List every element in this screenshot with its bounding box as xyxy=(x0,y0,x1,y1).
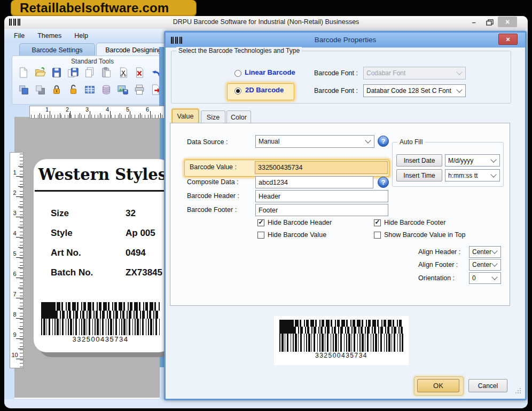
copy-icon[interactable] xyxy=(83,66,97,80)
align-footer-select[interactable]: Center xyxy=(469,259,501,271)
hide-header-label[interactable]: Hide Barcode Header xyxy=(268,219,332,226)
tab-color[interactable]: Color xyxy=(226,110,251,123)
orientation-label: Orientation : xyxy=(418,274,455,282)
database-glyph xyxy=(100,84,112,96)
paste-glyph xyxy=(100,67,112,78)
window-titlebar: DRPU Barcode Software for Industrial (No… xyxy=(4,16,528,29)
tab-value[interactable]: Value xyxy=(172,109,199,123)
autofill-title: Auto Fill xyxy=(397,138,425,146)
linear-font-select[interactable]: Codabar Font xyxy=(363,67,466,80)
date-format-select[interactable]: M/d/yyyy xyxy=(445,154,500,167)
print-icon[interactable] xyxy=(132,83,146,97)
2d-barcode-radio[interactable] xyxy=(234,88,241,94)
barcode-linear-section xyxy=(41,319,160,335)
menu-help[interactable]: Help xyxy=(68,32,95,39)
data-source-help-icon[interactable]: ? xyxy=(378,136,389,147)
restore-button[interactable] xyxy=(483,18,497,27)
barcode-value-label: Barcode Value : xyxy=(190,163,237,171)
2d-barcode-label[interactable]: 2D Barcode xyxy=(245,86,284,94)
label-design-object[interactable]: Western Styles Size32 StyleAp 005 Art No… xyxy=(34,159,171,352)
restore-icon xyxy=(486,19,494,26)
send-to-back-icon[interactable] xyxy=(33,83,47,97)
vruler-number: 1 xyxy=(11,169,19,176)
barcode-preview-image: 332500435734 xyxy=(279,320,403,359)
copy-glyph xyxy=(84,67,96,78)
menu-themes[interactable]: Themes xyxy=(31,32,68,39)
save-as-icon[interactable] xyxy=(66,66,80,80)
export-image-icon[interactable] xyxy=(116,83,130,97)
hruler-number: 1 xyxy=(41,106,49,113)
composite-help-icon[interactable]: ? xyxy=(378,177,389,188)
orientation-select[interactable]: 0 xyxy=(469,272,501,284)
barcode-font-label-1: Barcode Font : xyxy=(314,69,358,77)
hide-footer-label[interactable]: Hide Barcode Footer xyxy=(384,219,445,226)
site-banner-text: Retaillabelsoftware.com xyxy=(20,1,169,15)
label-row-value: 0494 xyxy=(126,248,146,258)
align-header-select[interactable]: Center xyxy=(469,246,501,258)
print-glyph xyxy=(134,84,145,96)
check-icon: ✓ xyxy=(258,219,263,225)
composite-data-input[interactable] xyxy=(255,176,373,188)
cancel-button[interactable]: Cancel xyxy=(468,379,507,392)
vruler-number: 6 xyxy=(11,271,19,277)
label-row-name: Art No. xyxy=(51,248,81,258)
hide-header-checkbox[interactable]: ✓ xyxy=(257,219,264,226)
insert-time-button[interactable]: Insert Time xyxy=(396,169,442,181)
save-icon[interactable] xyxy=(50,66,64,80)
label-row-name: Batch No. xyxy=(51,267,93,278)
hruler-number: 3 xyxy=(81,106,89,113)
open-file-icon[interactable] xyxy=(33,66,47,80)
time-format-select[interactable]: h:mm:ss tt xyxy=(445,169,500,181)
close-button[interactable]: × xyxy=(498,17,517,27)
menu-file[interactable]: File xyxy=(4,32,31,39)
label-barcode-object[interactable]: 332500435734 xyxy=(41,302,160,343)
unlock-icon[interactable] xyxy=(66,83,80,97)
hide-footer-checkbox[interactable]: ✓ xyxy=(374,219,381,226)
insert-date-button[interactable]: Insert Date xyxy=(396,154,442,167)
hide-value-label[interactable]: Hide Barcode Value xyxy=(268,231,326,239)
standard-tools-toolbar: Standard Tools xyxy=(12,56,182,105)
tab-barcode-settings[interactable]: Barcode Settings xyxy=(19,43,95,57)
tab-size[interactable]: Size xyxy=(201,110,225,123)
new-document-icon[interactable] xyxy=(17,66,30,80)
label-row-value: ZX73845 xyxy=(126,267,162,278)
barcode-value-text: 332500435734 xyxy=(41,335,160,343)
2d-font-select[interactable]: Databar Code 128 Set C Font xyxy=(363,84,466,97)
window-title: DRPU Barcode Software for Industrial (No… xyxy=(4,18,528,26)
bring-to-front-icon[interactable] xyxy=(17,83,30,97)
hide-value-checkbox[interactable] xyxy=(257,232,264,239)
open-file-glyph xyxy=(34,67,46,78)
paste-icon[interactable] xyxy=(99,66,113,80)
linear-barcode-label[interactable]: Linear Barcode xyxy=(245,68,295,76)
show-value-top-checkbox[interactable] xyxy=(374,232,381,239)
vruler-number: 9 xyxy=(11,331,19,338)
delete-icon[interactable] xyxy=(132,66,146,80)
vruler-number: 2 xyxy=(11,189,19,196)
barcode-linear-section xyxy=(279,334,403,352)
vruler-number: 4 xyxy=(11,230,19,236)
barcode-value-input[interactable] xyxy=(255,161,388,174)
database-icon[interactable] xyxy=(99,83,113,97)
data-source-select[interactable]: Manual xyxy=(255,135,374,148)
linear-barcode-radio[interactable] xyxy=(234,70,241,77)
grid-glyph xyxy=(84,84,96,96)
barcode-header-input[interactable] xyxy=(255,190,388,202)
time-format-value: h:mm:ss tt xyxy=(448,172,478,179)
lock-icon[interactable] xyxy=(50,83,64,97)
export-image-glyph xyxy=(117,84,129,96)
dialog-close-button[interactable]: × xyxy=(498,34,518,45)
barcode-footer-input[interactable] xyxy=(255,204,388,216)
check-icon: ✓ xyxy=(374,219,380,225)
label-row-value: Ap 005 xyxy=(126,228,155,239)
grid-icon[interactable] xyxy=(83,83,97,97)
resize-grip[interactable] xyxy=(515,386,521,396)
minimize-button[interactable]: – xyxy=(467,18,481,27)
vruler-number: 3 xyxy=(11,210,19,216)
show-value-top-label[interactable]: Show Barcode Value in Top xyxy=(384,231,465,239)
ok-button[interactable]: OK xyxy=(417,379,459,392)
barcode-preview-text: 332500435734 xyxy=(279,352,403,359)
composite-data-label: Composite Data : xyxy=(187,178,239,186)
send-to-back-glyph xyxy=(34,84,46,96)
cut-icon[interactable] xyxy=(116,66,130,80)
label-row-name: Size xyxy=(51,208,69,219)
